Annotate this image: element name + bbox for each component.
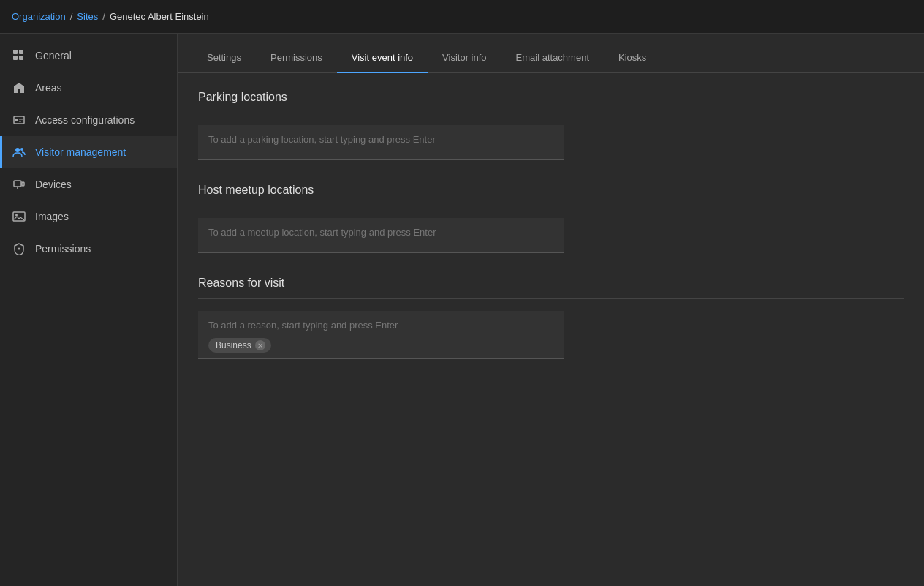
parking-title: Parking locations — [198, 91, 904, 104]
tag-business-close[interactable]: ✕ — [255, 340, 265, 350]
svg-rect-0 — [13, 50, 18, 54]
sidebar-item-devices[interactable]: Devices — [0, 168, 177, 200]
svg-rect-5 — [15, 119, 18, 121]
tabs-bar: Settings Permissions Visit event info Vi… — [178, 34, 924, 73]
sidebar-item-access-configurations[interactable]: Access configurations — [0, 104, 177, 136]
breadcrumb-current: Genetec Albert Einstein — [110, 11, 209, 22]
svg-point-14 — [15, 214, 18, 217]
tab-visit-event-info[interactable]: Visit event info — [337, 43, 428, 73]
areas-icon — [12, 80, 26, 95]
images-icon — [12, 209, 26, 224]
permissions-icon — [12, 241, 26, 256]
tab-settings[interactable]: Settings — [192, 43, 256, 73]
sidebar-label-access: Access configurations — [35, 114, 135, 126]
svg-rect-2 — [13, 56, 18, 60]
sidebar-label-images: Images — [35, 211, 69, 222]
sidebar-label-areas: Areas — [35, 82, 62, 94]
access-icon — [12, 113, 26, 127]
meetup-title: Host meetup locations — [198, 184, 904, 197]
svg-point-15 — [18, 248, 20, 250]
parking-section: Parking locations — [198, 91, 904, 160]
svg-point-8 — [15, 148, 20, 152]
svg-rect-10 — [14, 181, 21, 187]
sidebar-label-devices: Devices — [35, 179, 72, 190]
svg-rect-6 — [19, 119, 23, 120]
svg-rect-3 — [19, 56, 23, 60]
tab-permissions[interactable]: Permissions — [256, 43, 337, 73]
breadcrumb-org[interactable]: Organization — [12, 11, 66, 22]
sidebar-item-images[interactable]: Images — [0, 200, 177, 233]
svg-rect-11 — [22, 182, 24, 186]
reasons-divider — [198, 298, 904, 299]
sidebar-item-visitor-management[interactable]: Visitor management — [0, 136, 177, 168]
reasons-title: Reasons for visit — [198, 277, 904, 290]
meetup-divider — [198, 206, 904, 206]
breadcrumb-sep2: / — [102, 11, 105, 22]
sidebar-label-visitor: Visitor management — [35, 146, 126, 158]
breadcrumb-sep1: / — [70, 11, 73, 22]
sidebar-item-areas[interactable]: Areas — [0, 72, 177, 104]
tag-business: Business ✕ — [208, 338, 271, 353]
sidebar-label-general: General — [35, 50, 72, 61]
devices-icon — [12, 177, 26, 192]
main-layout: General Areas Access configurations — [0, 34, 924, 586]
parking-input-container — [198, 125, 564, 160]
svg-point-9 — [20, 148, 23, 151]
reasons-input[interactable] — [208, 317, 553, 334]
parking-input[interactable] — [208, 131, 553, 148]
svg-rect-7 — [19, 121, 21, 122]
meetup-input-container — [198, 218, 564, 253]
tab-visitor-info[interactable]: Visitor info — [428, 43, 501, 73]
breadcrumb-sites[interactable]: Sites — [77, 11, 98, 22]
sidebar: General Areas Access configurations — [0, 34, 178, 586]
sidebar-label-permissions: Permissions — [35, 243, 91, 255]
svg-rect-1 — [19, 50, 23, 54]
top-bar: Organization / Sites / Genetec Albert Ei… — [0, 0, 924, 34]
content-area: Settings Permissions Visit event info Vi… — [178, 34, 924, 586]
tab-kiosks[interactable]: Kiosks — [604, 43, 661, 73]
meetup-section: Host meetup locations — [198, 184, 904, 253]
meetup-input[interactable] — [208, 224, 553, 241]
reasons-input-container: Business ✕ — [198, 311, 564, 359]
tab-email-attachment[interactable]: Email attachment — [501, 43, 604, 73]
reasons-section: Reasons for visit Business ✕ — [198, 277, 904, 359]
visitor-icon — [12, 145, 26, 159]
tag-business-label: Business — [216, 340, 251, 350]
breadcrumb: Organization / Sites / Genetec Albert Ei… — [12, 11, 209, 22]
main-content: Parking locations Host meetup locations … — [178, 73, 924, 586]
sidebar-item-permissions[interactable]: Permissions — [0, 233, 177, 265]
parking-divider — [198, 113, 904, 113]
reasons-tags: Business ✕ — [208, 338, 553, 353]
grid-icon — [12, 48, 26, 63]
sidebar-item-general[interactable]: General — [0, 40, 177, 72]
